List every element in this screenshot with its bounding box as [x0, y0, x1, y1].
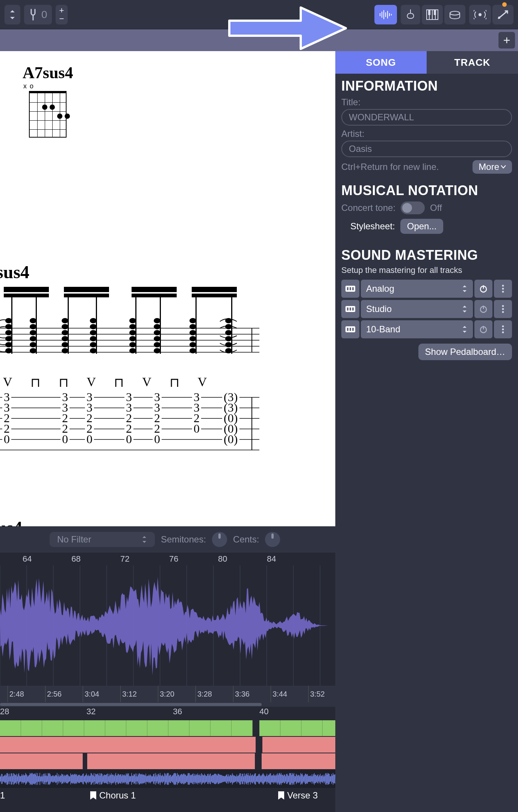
svg-point-196: [502, 305, 504, 307]
svg-point-49: [62, 342, 68, 347]
drums-mode-button[interactable]: [444, 5, 465, 24]
mastering-select[interactable]: Analog: [361, 280, 473, 298]
svg-point-77: [189, 342, 196, 347]
bookmark-icon: [90, 791, 96, 800]
semitones-label: Semitones:: [161, 534, 206, 545]
audio-scrollbar[interactable]: [0, 703, 262, 706]
top-toolbar: 0 + −: [0, 0, 518, 29]
measure-tick: 72: [120, 554, 129, 564]
svg-point-82: [225, 330, 232, 335]
tuning-fork-button[interactable]: 0: [24, 5, 52, 24]
svg-point-205: [502, 326, 504, 327]
score-area: A7sus4 xo sus4: [0, 51, 335, 812]
more-options-button[interactable]: [494, 300, 512, 318]
timeline-lane-1[interactable]: [0, 720, 335, 737]
status-dot: [502, 2, 507, 7]
svg-rect-193: [352, 308, 354, 311]
svg-rect-17: [4, 287, 49, 292]
global-timeline[interactable]: 28323640444852 1Chorus 1Verse 3Pre Choru…: [0, 707, 335, 812]
mastering-select[interactable]: Studio: [361, 300, 473, 318]
svg-rect-12: [428, 10, 430, 15]
svg-point-14: [450, 11, 460, 15]
svg-rect-18: [4, 294, 49, 297]
svg-rect-183: [350, 287, 351, 290]
notation-heading: MUSICAL NOTATION: [341, 183, 512, 198]
waveform-display[interactable]: [0, 565, 335, 686]
svg-point-206: [502, 329, 504, 330]
more-options-button[interactable]: [494, 280, 512, 298]
broadcast-button[interactable]: [469, 5, 491, 24]
concert-tone-state: Off: [430, 203, 442, 213]
section-marker[interactable]: Verse 3: [278, 790, 318, 801]
svg-point-68: [154, 330, 161, 335]
side-panel: SONG TRACK INFORMATION Title: Artist: Ct…: [335, 51, 518, 812]
svg-text:0: 0: [126, 432, 132, 446]
timeline-lane-3[interactable]: [0, 753, 335, 770]
svg-point-46: [62, 324, 68, 329]
artist-label: Artist:: [341, 129, 512, 139]
svg-rect-19: [64, 287, 109, 292]
tab-track[interactable]: TRACK: [427, 51, 518, 74]
svg-rect-192: [350, 308, 351, 311]
svg-rect-182: [347, 287, 348, 290]
add-track-button[interactable]: +: [498, 32, 515, 48]
waveform-mode-button[interactable]: [374, 5, 397, 24]
more-options-button[interactable]: [494, 320, 512, 338]
svg-point-55: [90, 336, 97, 341]
concert-tone-toggle[interactable]: [401, 201, 425, 214]
power-button[interactable]: [474, 300, 492, 318]
section-marker[interactable]: 1: [0, 790, 5, 801]
stylesheet-open-button[interactable]: Open...: [400, 219, 444, 234]
section-label: Chorus 1: [99, 790, 136, 801]
svg-rect-21: [132, 287, 177, 292]
connect-button[interactable]: [492, 5, 513, 24]
measure-ruler[interactable]: 646872768084: [0, 553, 335, 565]
svg-rect-13: [434, 10, 436, 15]
svg-point-59: [129, 318, 136, 323]
section-marker[interactable]: Chorus 1: [90, 790, 136, 801]
semitones-knob[interactable]: [212, 532, 227, 547]
timeline-measure-tick: 32: [86, 707, 95, 717]
svg-point-62: [129, 336, 136, 341]
tab-song[interactable]: SONG: [335, 51, 427, 74]
section-markers[interactable]: 1Chorus 1Verse 3Pre Chorus 2: [0, 788, 335, 803]
transpose-select[interactable]: [5, 5, 20, 24]
mastering-desc: Setup the mastering for all tracks: [341, 265, 512, 275]
more-button[interactable]: More: [473, 160, 512, 174]
svg-point-15: [479, 14, 481, 16]
svg-point-81: [225, 324, 232, 329]
power-button[interactable]: [474, 320, 492, 338]
plus-minus-button[interactable]: + −: [56, 5, 68, 24]
effect-icon: [341, 280, 359, 298]
timeline-wave-lane[interactable]: [0, 770, 335, 788]
time-tick: 3:28: [195, 686, 212, 702]
piano-mode-button[interactable]: [422, 5, 443, 24]
power-button[interactable]: [474, 280, 492, 298]
svg-rect-200: [347, 328, 348, 331]
guitar-mode-button[interactable]: [401, 5, 420, 24]
svg-point-187: [502, 285, 504, 287]
time-ruler[interactable]: 2:482:563:043:123:203:283:363:443:52: [0, 686, 335, 702]
title-label: Title:: [341, 97, 512, 108]
cents-knob[interactable]: [265, 532, 280, 547]
svg-point-52: [90, 318, 97, 323]
notation-block-1: sus4: [0, 262, 259, 455]
svg-point-45: [62, 318, 68, 323]
measure-tick: 80: [218, 554, 227, 564]
audio-controls: No Filter Semitones: Cents:: [0, 526, 335, 553]
filter-select[interactable]: No Filter: [50, 532, 155, 547]
svg-point-74: [189, 324, 196, 329]
title-input[interactable]: [341, 109, 512, 126]
artist-input[interactable]: [341, 141, 512, 157]
svg-point-63: [129, 342, 136, 347]
track-strip[interactable]: +: [0, 29, 518, 51]
mastering-select[interactable]: 10-Band: [361, 320, 473, 338]
svg-point-76: [189, 336, 196, 341]
measure-tick: 84: [267, 554, 276, 564]
svg-rect-20: [64, 294, 109, 297]
show-pedalboard-button[interactable]: Show Pedalboard…: [418, 344, 512, 360]
svg-point-60: [129, 324, 136, 329]
time-tick: 3:44: [271, 686, 287, 702]
timeline-lane-2[interactable]: [0, 737, 335, 753]
time-tick: 3:04: [83, 686, 99, 702]
